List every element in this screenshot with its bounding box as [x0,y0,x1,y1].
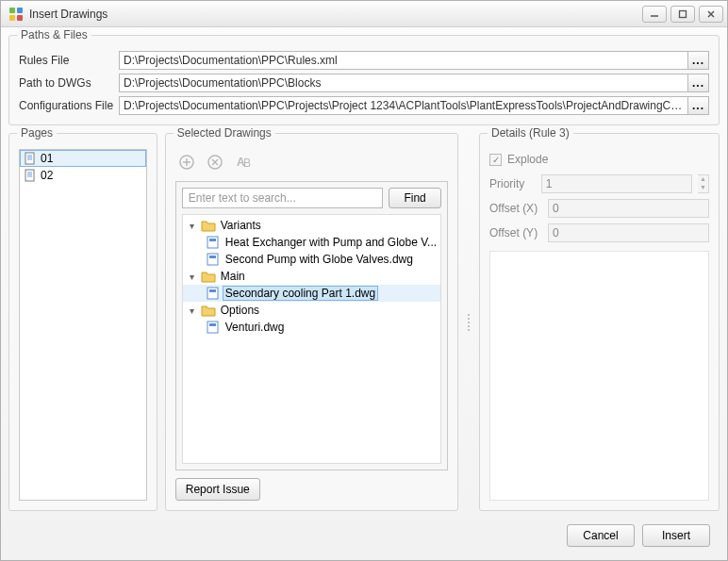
configurations-file-input[interactable] [119,96,688,115]
details-groupbox: Details (Rule 3) ✓ Explode Priority ▲▼ O… [479,133,720,511]
selected-drawings-groupbox: Selected Drawings AB Find [165,133,458,511]
tree-file-label: Second Pump with Globe Valves.dwg [223,253,415,266]
dwg-file-icon [206,236,221,249]
dialog-footer: Cancel Insert [8,519,720,553]
folder-icon [201,304,216,317]
svg-rect-3 [17,15,23,21]
tree-file-label: Secondary cooling Part 1.dwg [223,287,377,300]
offset-x-label: Offset (X) [489,202,542,215]
tree-folder-main[interactable]: ▾ Main [183,268,440,285]
tree-folder-variants[interactable]: ▾ Variants [183,217,440,234]
tree-file[interactable]: Heat Exchanger with Pump and Globe V... [183,234,440,251]
minimize-button[interactable] [642,6,667,23]
tree-file-label: Heat Exchanger with Pump and Globe V... [223,236,438,249]
report-issue-button[interactable]: Report Issue [175,478,260,501]
collapse-icon[interactable]: ▾ [187,305,198,316]
tree-file[interactable]: Venturi.dwg [183,319,440,336]
configurations-file-label: Configurations File [19,99,113,112]
tree-folder-label: Variants [219,219,263,232]
tree-file-label: Venturi.dwg [223,321,287,334]
svg-rect-24 [207,237,218,248]
svg-rect-5 [680,10,687,17]
app-icon [8,7,24,22]
insert-drawings-window: Insert Drawings Paths & Files Rules File… [0,0,728,561]
dwg-file-icon [206,321,221,334]
main-columns: Pages 01 02 Selected [8,133,720,511]
svg-rect-25 [209,239,216,241]
svg-rect-0 [9,8,15,13]
offset-x-input [548,199,709,218]
offset-y-label: Offset (Y) [489,226,542,239]
tree-folder-label: Main [219,270,247,283]
svg-rect-31 [209,323,216,326]
search-input[interactable] [182,188,383,208]
titlebar: Insert Drawings [1,1,727,27]
cancel-button[interactable]: Cancel [567,524,635,547]
dwg-file-icon [206,253,221,266]
svg-rect-1 [17,8,23,13]
folder-icon [201,219,216,232]
details-legend: Details (Rule 3) [488,126,573,140]
pages-list-item[interactable]: 01 [20,150,146,167]
details-preview-area [489,251,709,501]
pages-list-item-label: 01 [41,152,53,165]
rules-file-browse-button[interactable]: ... [688,51,709,70]
dialog-body: Paths & Files Rules File ... Path to DWG… [1,27,727,560]
drawings-tree[interactable]: ▾ Variants Heat Exchanger with Pump and … [182,214,441,464]
window-title: Insert Drawings [29,8,642,21]
close-button[interactable] [699,6,723,23]
paths-groupbox: Paths & Files Rules File ... Path to DWG… [8,35,720,125]
explode-label: Explode [507,153,548,166]
selected-drawings-legend: Selected Drawings [174,126,275,140]
path-to-dwgs-label: Path to DWGs [19,76,113,90]
rules-file-input[interactable] [119,51,688,70]
pages-legend: Pages [17,126,57,140]
svg-rect-30 [207,322,218,333]
svg-rect-27 [209,256,216,258]
explode-checkbox[interactable]: ✓ [489,154,502,166]
svg-rect-2 [9,15,15,21]
pages-groupbox: Pages 01 02 [8,133,157,511]
insert-button[interactable]: Insert [642,524,710,547]
splitter[interactable] [466,133,472,511]
priority-input [541,174,692,193]
pages-list-item-label: 02 [41,169,53,182]
tree-file[interactable]: Second Pump with Globe Valves.dwg [183,251,440,268]
rules-file-label: Rules File [19,54,113,67]
svg-text:B: B [243,157,251,170]
pages-list[interactable]: 01 02 [19,149,147,501]
remove-button[interactable] [204,151,226,173]
svg-rect-29 [209,289,216,292]
maximize-button[interactable] [670,6,695,23]
svg-rect-26 [207,254,218,265]
svg-rect-28 [207,288,218,299]
collapse-icon[interactable]: ▾ [187,221,198,231]
tree-folder-options[interactable]: ▾ Options [183,302,440,319]
configurations-file-browse-button[interactable]: ... [688,96,709,115]
collapse-icon[interactable]: ▾ [187,272,198,282]
path-to-dwgs-browse-button[interactable]: ... [688,74,709,92]
window-buttons [642,6,723,23]
paths-legend: Paths & Files [17,28,91,41]
page-icon [24,169,37,182]
find-button[interactable]: Find [389,188,441,208]
page-icon [24,152,37,165]
svg-rect-12 [25,170,34,181]
add-button[interactable] [175,151,198,173]
priority-spinner: ▲▼ [698,174,709,193]
tree-file[interactable]: Secondary cooling Part 1.dwg [183,285,440,302]
pages-list-item[interactable]: 02 [20,167,146,184]
selected-drawings-toolbar: AB [175,149,448,175]
priority-label: Priority [489,177,536,190]
offset-y-input [548,223,709,242]
tree-folder-label: Options [219,304,261,317]
dwg-file-icon [206,287,221,300]
rename-button[interactable]: AB [232,151,255,173]
folder-icon [201,270,216,283]
path-to-dwgs-input[interactable] [119,74,688,92]
svg-rect-8 [25,153,34,164]
